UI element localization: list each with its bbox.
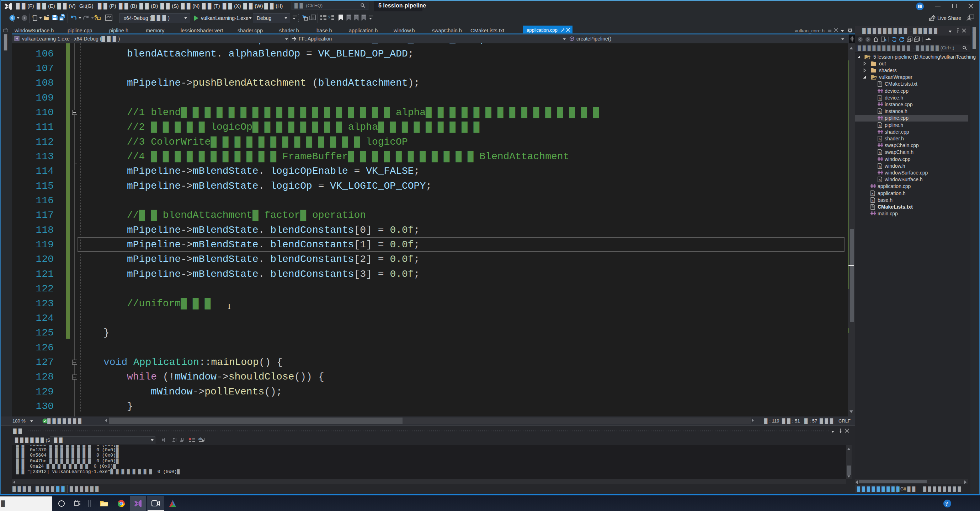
svg-text:?: ? [945, 501, 948, 507]
svg-text:ab: ab [199, 437, 202, 441]
svg-text:?: ? [328, 14, 330, 20]
svg-text:h: h [879, 151, 881, 155]
svg-text:h: h [879, 138, 881, 141]
svg-text:h: h [879, 110, 881, 114]
svg-text:h: h [872, 192, 874, 196]
svg-text:h: h [879, 124, 881, 128]
svg-text:h: h [879, 97, 881, 100]
svg-text:h: h [879, 165, 881, 168]
svg-text:h: h [879, 178, 881, 182]
svg-text:h: h [872, 199, 874, 203]
